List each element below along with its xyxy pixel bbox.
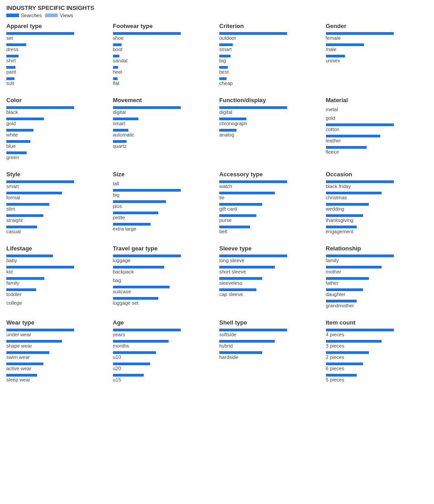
bar-label: unisex bbox=[326, 58, 428, 63]
bar-label: family bbox=[6, 280, 108, 286]
searches-bar bbox=[6, 226, 37, 228]
bar-item: backpack bbox=[113, 266, 215, 274]
section-title-style: Style bbox=[6, 171, 108, 178]
searches-bar bbox=[113, 297, 158, 300]
bar-row bbox=[6, 32, 108, 35]
searches-bar bbox=[113, 66, 118, 69]
bar-row bbox=[326, 203, 428, 206]
bar-row bbox=[219, 266, 321, 268]
bar-label: best bbox=[219, 69, 321, 75]
bar-label: thanksgiving bbox=[326, 217, 428, 223]
bar-label: boot bbox=[113, 47, 215, 52]
bar-item: blue bbox=[6, 140, 108, 149]
bar-row bbox=[113, 66, 215, 69]
searches-bar bbox=[219, 66, 228, 69]
bar-item: best bbox=[219, 66, 321, 75]
bar-row bbox=[113, 223, 215, 226]
bar-item: smart bbox=[113, 118, 215, 126]
bar-item: bag bbox=[113, 277, 215, 283]
bar-row bbox=[326, 192, 428, 194]
searches-bar bbox=[326, 351, 369, 354]
bar-label: luggage set bbox=[113, 300, 215, 306]
section-title-size: Size bbox=[113, 171, 215, 178]
bar-row bbox=[113, 189, 215, 192]
bar-label: metal bbox=[326, 107, 428, 112]
section-material: Materialmetalgoldcottonleatherfleece bbox=[326, 97, 428, 163]
bar-item: u10 bbox=[113, 351, 215, 360]
bar-row bbox=[113, 212, 215, 214]
bar-item: gold bbox=[6, 118, 108, 126]
section-title-occasion: Occasion bbox=[326, 171, 428, 178]
bar-row bbox=[326, 146, 428, 149]
bar-item: heel bbox=[113, 66, 215, 75]
bar-row bbox=[113, 266, 215, 268]
bar-row bbox=[219, 192, 321, 194]
bar-label: 6 pieces bbox=[326, 366, 428, 371]
bar-label: sleep wear bbox=[6, 377, 108, 382]
bar-item: cheap bbox=[219, 77, 321, 86]
bar-row bbox=[219, 66, 321, 69]
bar-item: hardside bbox=[219, 351, 321, 360]
bar-label: white bbox=[6, 132, 108, 137]
bar-item: 4 pieces bbox=[326, 329, 428, 337]
searches-bar bbox=[6, 214, 43, 217]
bar-label: heel bbox=[113, 69, 215, 75]
section-title-item-count: Item count bbox=[326, 319, 428, 326]
bar-label: tall bbox=[113, 181, 215, 186]
searches-bar bbox=[326, 254, 394, 257]
searches-bar bbox=[113, 32, 181, 35]
bar-label: digital bbox=[219, 109, 321, 115]
searches-bar bbox=[6, 77, 14, 80]
bar-label: engagement bbox=[326, 229, 428, 234]
bar-item: gold bbox=[326, 115, 428, 121]
searches-bar bbox=[326, 146, 367, 149]
bar-item: outdoor bbox=[219, 32, 321, 41]
bar-label: u15 bbox=[113, 377, 215, 382]
bar-item: digital bbox=[219, 106, 321, 115]
bar-row bbox=[113, 374, 215, 377]
bar-item: leather bbox=[326, 135, 428, 143]
bar-item: cotton bbox=[326, 123, 428, 132]
bar-item: mother bbox=[326, 266, 428, 274]
searches-bar bbox=[113, 329, 181, 331]
bar-item: active wear bbox=[6, 363, 108, 371]
bar-label: casual bbox=[6, 229, 108, 234]
bar-label: suit bbox=[6, 80, 108, 86]
bar-label: flat bbox=[113, 80, 215, 86]
bar-item: father bbox=[326, 277, 428, 286]
searches-bar bbox=[113, 189, 181, 192]
bar-label: big bbox=[219, 58, 321, 63]
bar-item: grandmother bbox=[326, 300, 428, 308]
bar-label: christmas bbox=[326, 195, 428, 200]
bar-label: softside bbox=[219, 332, 321, 337]
bar-row bbox=[113, 140, 215, 143]
searches-bar bbox=[6, 43, 26, 46]
bar-item: analog bbox=[219, 129, 321, 137]
bar-label: leather bbox=[326, 138, 428, 143]
bar-row bbox=[6, 43, 108, 46]
bar-item: plus bbox=[113, 200, 215, 209]
searches-bar bbox=[113, 340, 169, 343]
searches-bar bbox=[6, 180, 74, 183]
section-wear-type: Wear typeunder wearshape wearswim wearac… bbox=[6, 319, 108, 385]
bar-label: hardside bbox=[219, 354, 321, 360]
section-travel-gear-type: Travel gear typeluggagebackpackbagsuitca… bbox=[113, 245, 215, 311]
bar-label: father bbox=[326, 280, 428, 286]
bar-label: tie bbox=[219, 195, 321, 200]
bar-label: gold bbox=[6, 121, 108, 126]
bar-item: pant bbox=[6, 66, 108, 75]
section-accessory-type: Accessory typewatchtiegift cardpursebelt bbox=[219, 171, 321, 237]
bar-label: 4 pieces bbox=[326, 332, 428, 337]
bar-row bbox=[219, 118, 321, 120]
section-title-material: Material bbox=[326, 97, 428, 104]
searches-bar bbox=[6, 129, 33, 132]
searches-bar bbox=[113, 286, 170, 288]
sections-grid: Apparel typesetdressshirtpantsuitFootwea… bbox=[6, 23, 428, 393]
bar-item: softside bbox=[219, 329, 321, 337]
searches-bar bbox=[6, 66, 15, 69]
bar-row bbox=[219, 329, 321, 331]
searches-bar bbox=[219, 351, 262, 354]
section-occasion: Occasionblack fridaychristmasweddingthan… bbox=[326, 171, 428, 237]
bar-label: u10 bbox=[113, 354, 215, 360]
section-size: Sizetallbigpluspetiteextra large bbox=[113, 171, 215, 237]
